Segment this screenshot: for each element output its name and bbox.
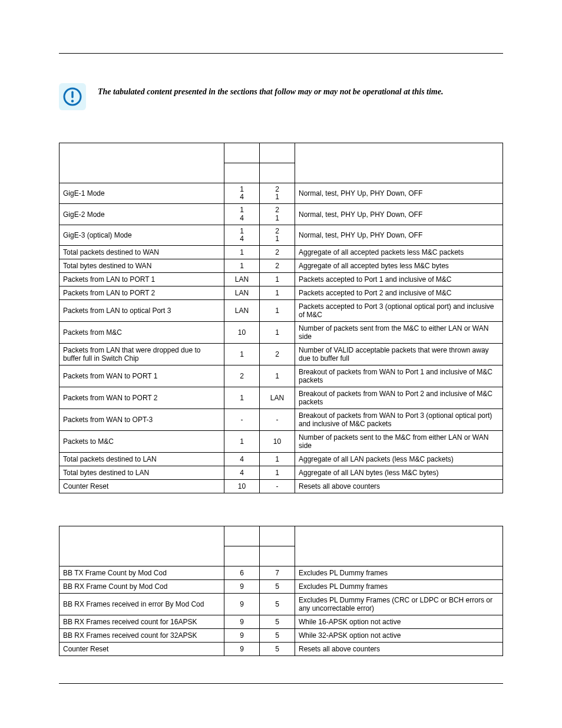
row-desc: Breakout of packets from WAN to Port 3 (… [295, 409, 503, 431]
svg-rect-1 [71, 91, 73, 98]
row-label: BB TX Frame Count by Mod Cod [59, 566, 224, 580]
row-desc: Aggregate of all LAN packets (less M&C p… [295, 453, 503, 466]
row-col3: 5 [260, 643, 295, 656]
row-label: BB RX Frames received in error By Mod Co… [59, 594, 224, 615]
table-row: Total bytes destined to WAN 1 2 Aggregat… [59, 259, 503, 273]
row-desc: Normal, test, PHY Up, PHY Down, OFF [295, 183, 503, 204]
row-col3: 7 [260, 566, 295, 580]
row-col3: 5 [260, 594, 295, 615]
row-col3: - [260, 480, 295, 493]
document-page: The tabulated content presented in the s… [0, 0, 562, 728]
table-row: BB RX Frames received count for 32APSK 9… [59, 629, 503, 643]
row-col2: 9 [224, 594, 260, 615]
row-col3: 1 [260, 453, 295, 466]
row-desc: Resets all above counters [295, 480, 503, 493]
row-col2: 1 [224, 246, 260, 259]
row-label: Packets from WAN to PORT 2 [59, 387, 224, 409]
table-row: Packets to M&C 1 10 Number of packets se… [59, 431, 503, 453]
row-col2: 1 [224, 387, 260, 409]
table-row: Packets from LAN to PORT 2 LAN 1 Packets… [59, 286, 503, 300]
table-row: Packets from WAN to OPT-3 - - Breakout o… [59, 409, 503, 431]
row-label: BB RX Frames received count for 16APSK [59, 615, 224, 629]
row-col2: 1 [224, 344, 260, 365]
row-desc: Breakout of packets from WAN to Port 2 a… [295, 387, 503, 409]
row-label: GigE-2 Mode [59, 204, 224, 225]
row-label: Total packets destined to LAN [59, 453, 224, 466]
row-col3: LAN [260, 387, 295, 409]
row-desc: Breakout of packets from WAN to Port 1 a… [295, 365, 503, 387]
row-col3: 2 [260, 344, 295, 365]
row-col2: 14 [224, 183, 260, 204]
table-row: BB RX Frames received in error By Mod Co… [59, 594, 503, 615]
row-label: Packets from LAN to PORT 1 [59, 273, 224, 286]
row-col3: 10 [260, 431, 295, 453]
row-col2: - [224, 409, 260, 431]
row-col3: 21 [260, 204, 295, 225]
row-label: Packets from WAN to OPT-3 [59, 409, 224, 431]
row-col3: 2 [260, 259, 295, 273]
table-header-row [59, 143, 503, 163]
row-col3: 5 [260, 580, 295, 594]
row-col2: 14 [224, 225, 260, 245]
row-label: Packets from LAN that were dropped due t… [59, 344, 224, 365]
alert-icon [59, 83, 86, 110]
row-label: GigE-3 (optical) Mode [59, 225, 224, 245]
row-col3: 1 [260, 466, 295, 480]
row-col3: 1 [260, 300, 295, 322]
row-col3: 21 [260, 183, 295, 204]
row-col2: 1 [224, 259, 260, 273]
table-row: GigE-2 Mode 14 21 Normal, test, PHY Up, … [59, 204, 503, 225]
row-col2: 6 [224, 566, 260, 580]
row-col3: 1 [260, 365, 295, 387]
table-row: BB RX Frame Count by Mod Cod 9 5 Exclude… [59, 580, 503, 594]
row-label: Total packets destined to WAN [59, 246, 224, 259]
table-row: Total packets destined to LAN 4 1 Aggreg… [59, 453, 503, 466]
row-col3: 21 [260, 225, 295, 245]
svg-point-2 [71, 100, 74, 102]
table-row: Packets from LAN to optical Port 3 LAN 1… [59, 300, 503, 322]
row-desc: Packets accepted to Port 2 and inclusive… [295, 286, 503, 300]
row-label: Total bytes destined to WAN [59, 259, 224, 273]
table-row: Packets from LAN to PORT 1 LAN 1 Packets… [59, 273, 503, 286]
bottom-border-rule [59, 683, 503, 684]
row-col2: LAN [224, 300, 260, 322]
table-header-row [59, 526, 503, 546]
row-col3: 1 [260, 286, 295, 300]
row-desc: While 16-APSK option not active [295, 615, 503, 629]
table-row: Packets from WAN to PORT 1 2 1 Breakout … [59, 365, 503, 387]
table-row: GigE-1 Mode 14 21 Normal, test, PHY Up, … [59, 183, 503, 204]
row-desc: While 32-APSK option not active [295, 629, 503, 643]
row-label: Packets from LAN to PORT 2 [59, 286, 224, 300]
row-col2: 9 [224, 629, 260, 643]
row-col3: 5 [260, 615, 295, 629]
row-desc: Aggregate of all accepted packets less M… [295, 246, 503, 259]
row-desc: Number of packets sent to the M&C from e… [295, 431, 503, 453]
row-col3: 1 [260, 273, 295, 286]
row-col3: 2 [260, 246, 295, 259]
table-row: Counter Reset 9 5 Resets all above count… [59, 643, 503, 656]
row-desc: Excludes PL Dummy frames [295, 566, 503, 580]
table-row: Total packets destined to WAN 1 2 Aggreg… [59, 246, 503, 259]
table-row: Packets from WAN to PORT 2 1 LAN Breakou… [59, 387, 503, 409]
row-label: Total bytes destined to LAN [59, 466, 224, 480]
row-col2: 1 [224, 431, 260, 453]
row-desc: Number of packets sent from the M&C to e… [295, 322, 503, 344]
notice-block: The tabulated content presented in the s… [59, 83, 503, 110]
table-row: Packets from LAN that were dropped due t… [59, 344, 503, 365]
row-col2: LAN [224, 273, 260, 286]
row-col3: 5 [260, 629, 295, 643]
row-col2: 9 [224, 580, 260, 594]
row-desc: Normal, test, PHY Up, PHY Down, OFF [295, 204, 503, 225]
row-desc: Excludes PL Dummy frames [295, 580, 503, 594]
row-col2: 4 [224, 453, 260, 466]
top-border-rule [59, 53, 503, 54]
row-col2: 14 [224, 204, 260, 225]
row-col3: 1 [260, 322, 295, 344]
row-label: Counter Reset [59, 480, 224, 493]
table-row: Total bytes destined to LAN 4 1 Aggregat… [59, 466, 503, 480]
row-label: GigE-1 Mode [59, 183, 224, 204]
row-desc: Resets all above counters [295, 643, 503, 656]
row-desc: Packets accepted to Port 1 and inclusive… [295, 273, 503, 286]
row-desc: Packets accepted to Port 3 (optional opt… [295, 300, 503, 322]
row-col2: 4 [224, 466, 260, 480]
